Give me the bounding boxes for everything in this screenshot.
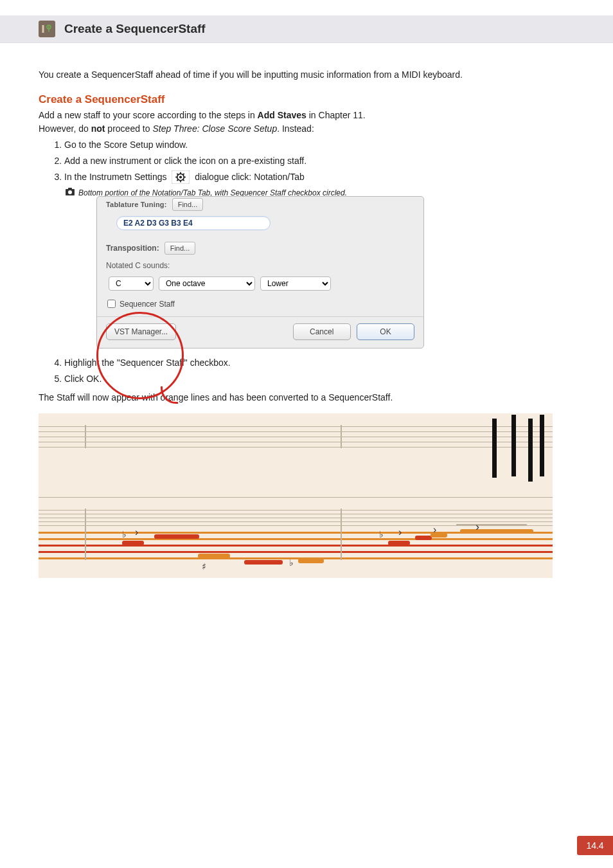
find-tuning-button[interactable]: Find... xyxy=(172,198,204,211)
sequencer-staff-label: Sequencer Staff xyxy=(120,298,175,310)
find-transposition-button[interactable]: Find... xyxy=(164,242,196,255)
transposition-label: Transposition: xyxy=(106,242,159,254)
tab-tuning-field[interactable]: E2 A2 D3 G3 B3 E4 xyxy=(116,216,271,230)
page-title: Create a SequencerStaff xyxy=(64,22,206,36)
gear-icon xyxy=(172,170,190,185)
app-icon xyxy=(39,21,55,37)
intro-text: You create a SequencerStaff ahead of tim… xyxy=(39,69,587,82)
note-root-select[interactable]: C xyxy=(109,276,154,291)
sequencer-staff-figure: ♭ ♭ ♭ › › › › ♯ xyxy=(39,413,553,578)
tablature-tuning-label: Tablature Tuning: xyxy=(106,199,167,210)
title-bar: Create a SequencerStaff xyxy=(0,15,613,43)
steps-list-a: Go to the Score Setup window. Add a new … xyxy=(64,138,587,185)
paragraph-2: However, do not proceed to Step Three: C… xyxy=(39,122,587,136)
camera-icon xyxy=(66,187,75,199)
page-number-badge: 14.4 xyxy=(577,836,613,855)
sequencer-staff-checkbox[interactable] xyxy=(107,300,116,308)
step-1: Go to the Score Setup window. xyxy=(64,138,587,152)
step-2: Add a new instrument or click the icon o… xyxy=(64,154,587,168)
paragraph-1: Add a new staff to your score according … xyxy=(39,109,587,122)
step-3: In the Instrumetn Settings dialogue clic… xyxy=(64,170,587,185)
notated-c-label: Notated C sounds: xyxy=(106,260,414,271)
svg-rect-14 xyxy=(68,188,72,190)
direction-select[interactable]: Lower xyxy=(260,276,331,291)
cancel-button[interactable]: Cancel xyxy=(293,323,351,340)
svg-point-4 xyxy=(179,176,182,178)
section-heading: Create a SequencerStaff xyxy=(39,93,587,106)
ok-button[interactable]: OK xyxy=(357,323,414,340)
octave-select[interactable]: One octave xyxy=(159,276,255,291)
svg-point-15 xyxy=(68,190,72,194)
